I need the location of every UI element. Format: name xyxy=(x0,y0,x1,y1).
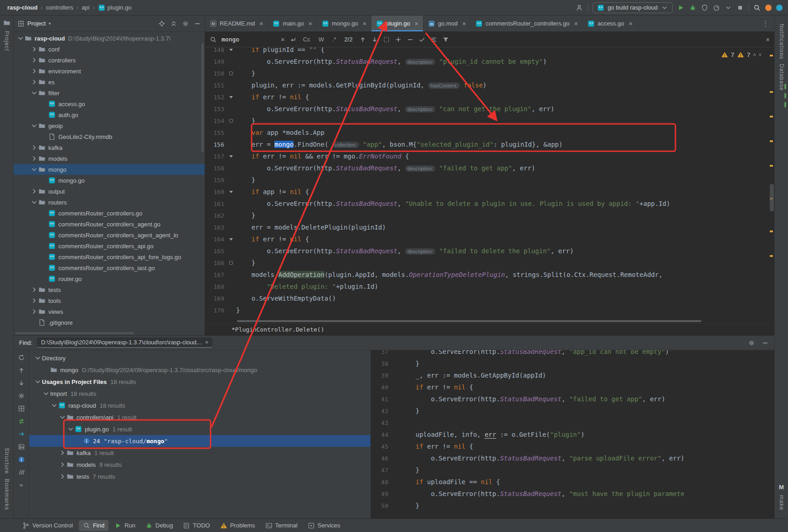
warning-mark[interactable] xyxy=(770,140,773,142)
tree-item[interactable]: commentsRouter_controllers_iast.go xyxy=(14,262,205,273)
toolstrip-label-bookmarks[interactable]: Bookmarks xyxy=(4,479,10,510)
locate-file-icon[interactable] xyxy=(158,20,165,27)
chevron-down-icon[interactable] xyxy=(30,198,38,206)
scrollbar[interactable] xyxy=(15,332,134,334)
scrollbar[interactable] xyxy=(770,184,774,211)
previous-occurrence-icon[interactable] xyxy=(18,367,25,374)
chevron-right-icon[interactable] xyxy=(58,460,67,469)
code-line[interactable]: 155 var app *models.App xyxy=(205,127,774,138)
project-panel-title[interactable]: Project xyxy=(27,20,46,27)
chevron-right-icon[interactable] xyxy=(30,67,38,75)
chevron-right-icon[interactable] xyxy=(30,154,38,163)
gear-icon[interactable] xyxy=(748,339,755,347)
code-line[interactable]: 152 if err != nil { xyxy=(205,91,774,103)
find-result-row[interactable]: models9 results xyxy=(29,459,371,471)
code-line[interactable]: 41 o.ServeError(http.StatusBadRequest, "… xyxy=(371,393,774,405)
tree-item[interactable]: router.go xyxy=(14,273,205,284)
code-line[interactable]: 167 models.AddOperation(plugin.AppId, mo… xyxy=(205,269,774,281)
previous-problem-icon[interactable]: ˄ xyxy=(753,52,756,57)
close-icon[interactable]: × xyxy=(462,20,466,27)
code-line[interactable]: 168 "Deleted plugin: "+plugin.Id) xyxy=(205,281,774,292)
chevron-right-icon[interactable] xyxy=(30,78,38,86)
horizontal-scrollbar[interactable] xyxy=(205,319,774,323)
comment-icon[interactable] xyxy=(18,469,25,476)
tab-go.mod[interactable]: mgo.mod× xyxy=(423,15,471,31)
chevron-right-icon[interactable] xyxy=(30,187,38,195)
find-result-row[interactable]: plugin.go1 result xyxy=(29,423,371,435)
code-line[interactable]: 148 if pluginId == "" { xyxy=(205,47,774,56)
code-line[interactable]: 40 if err != nil { xyxy=(371,381,774,393)
code-line[interactable]: 47 } xyxy=(371,464,774,476)
search-input[interactable]: mongo xyxy=(221,36,276,43)
project-tool-icon[interactable] xyxy=(3,19,10,26)
tab-README.md[interactable]: MREADME.md× xyxy=(205,15,268,31)
tree-item[interactable]: commentsRouter_controllers.go xyxy=(14,208,205,219)
update-badge-icon[interactable] xyxy=(765,5,772,11)
fold-marker[interactable] xyxy=(226,261,236,265)
tree-item[interactable]: models xyxy=(14,153,205,164)
code-line[interactable]: 165 o.ServeError(http.StatusBadRequest, … xyxy=(205,245,774,257)
tab-mongo.go[interactable]: mongo.go× xyxy=(317,15,371,31)
toolstrip-label-database[interactable]: Database xyxy=(778,64,785,91)
close-search-icon[interactable]: × xyxy=(766,36,770,43)
previous-match-icon[interactable] xyxy=(359,36,366,43)
gear-icon[interactable] xyxy=(18,392,25,399)
rerun-search-icon[interactable] xyxy=(18,354,25,361)
statusbar-run[interactable]: Run xyxy=(110,520,139,531)
code-line[interactable]: 158 o.ServeError(http.StatusBadRequest, … xyxy=(205,162,774,174)
code-line[interactable]: 49 o.ServeError(http.StatusBadRequest, "… xyxy=(371,488,774,500)
find-result-row[interactable]: controllers\api1 result xyxy=(29,411,371,423)
toolstrip-label-structure[interactable]: Structure xyxy=(4,448,10,474)
tree-item[interactable]: GeoLite2-City.mmdb xyxy=(14,131,205,142)
breadcrumb-item[interactable]: plugin.go xyxy=(98,4,132,11)
fold-marker[interactable] xyxy=(226,96,236,98)
tree-item[interactable]: controllers xyxy=(14,55,205,66)
code-line[interactable]: 37 o.ServeError(http.StatusBadRequest, "… xyxy=(371,350,774,358)
chevron-right-icon[interactable] xyxy=(30,307,38,316)
hide-panel-icon[interactable] xyxy=(762,339,769,347)
avatar[interactable] xyxy=(776,5,783,11)
tree-item[interactable]: conf xyxy=(14,44,205,55)
chevron-right-icon[interactable] xyxy=(30,56,38,64)
chevron-down-icon[interactable] xyxy=(50,401,58,409)
profiler-button[interactable] xyxy=(713,4,720,11)
tree-item[interactable]: views xyxy=(14,306,205,317)
more-icon[interactable]: ⋮ xyxy=(757,15,774,31)
warning-mark[interactable] xyxy=(770,116,773,118)
code-line[interactable]: 48 if uploadFile == nil { xyxy=(371,476,774,488)
statusbar-debug[interactable]: Debug xyxy=(141,520,177,531)
breadcrumb-item[interactable]: controllers xyxy=(46,4,73,11)
statusbar-find[interactable]: Find xyxy=(79,520,108,531)
code-line[interactable]: 42 } xyxy=(371,405,774,417)
find-result-row[interactable]: rasp-cloud18 results xyxy=(29,399,371,411)
tree-item[interactable]: mongo.go xyxy=(14,175,205,186)
error-stripe[interactable] xyxy=(768,47,774,319)
code-line[interactable]: 39 _, err := models.GetAppById(appId) xyxy=(371,369,774,381)
tree-item[interactable]: tests xyxy=(14,284,205,295)
search-in-selection-icon[interactable] xyxy=(383,36,390,43)
code-line[interactable]: 154 } xyxy=(205,115,774,127)
group-by-icon[interactable] xyxy=(18,405,25,412)
regex-toggle[interactable]: .* xyxy=(330,35,338,44)
tree-item[interactable]: environment xyxy=(14,66,205,77)
tab-main.go[interactable]: main.go× xyxy=(268,15,317,31)
autoscroll-to-source-icon[interactable] xyxy=(18,418,25,425)
inspections-widget[interactable]: 77˄˅ xyxy=(718,50,764,59)
statusbar-terminal[interactable]: Terminal xyxy=(261,520,302,531)
statusbar-todo[interactable]: TODO xyxy=(179,520,214,531)
add-occurrence-icon[interactable] xyxy=(395,36,402,43)
close-icon[interactable]: × xyxy=(628,20,632,27)
tree-item[interactable]: commentsRouter_controllers_agent.go xyxy=(14,219,205,230)
user-icon[interactable] xyxy=(576,4,583,11)
fold-marker[interactable] xyxy=(226,191,236,193)
search-everywhere-icon[interactable] xyxy=(753,4,761,11)
chevron-down-icon[interactable] xyxy=(34,378,42,386)
tree-item[interactable]: commentsRouter_controllers_agent_agent_l… xyxy=(14,230,205,240)
search-icon[interactable] xyxy=(210,36,217,43)
code-line[interactable]: 161 o.ServeError(http.StatusBadRequest, … xyxy=(205,198,774,210)
fold-marker[interactable] xyxy=(226,119,236,123)
statusbar-version-control[interactable]: Version Control xyxy=(18,520,77,531)
warning-mark[interactable] xyxy=(770,255,773,257)
next-occurrence-icon[interactable] xyxy=(18,379,25,387)
run-button[interactable] xyxy=(677,4,685,11)
